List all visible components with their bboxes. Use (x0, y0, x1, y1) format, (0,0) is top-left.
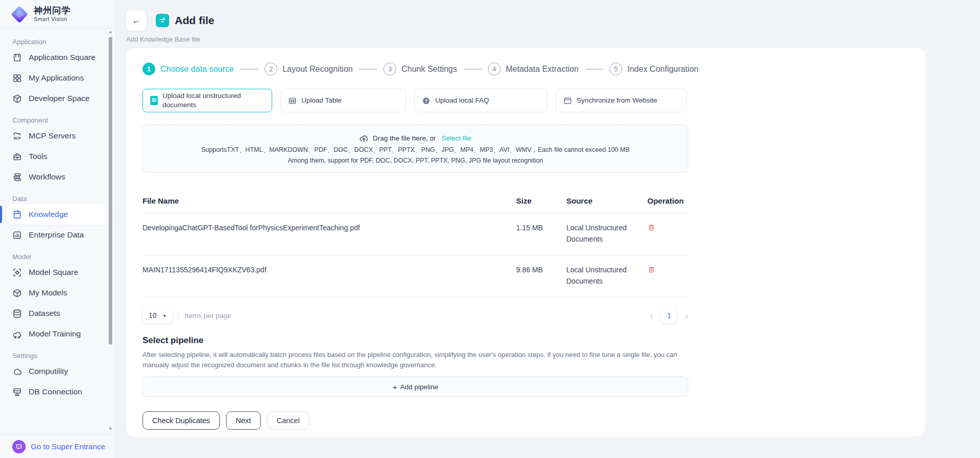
step-number: 2 (264, 63, 277, 75)
section-label-data: Data (12, 195, 108, 203)
section-label-application: Application (12, 38, 108, 46)
delete-file-icon[interactable] (647, 265, 656, 274)
sidebar-item-knowledge[interactable]: Knowledge (7, 204, 111, 225)
dropzone-text: Drag the file here, or (373, 134, 436, 142)
toolbox-icon (12, 152, 22, 162)
step-label: Layout Recognition (282, 65, 353, 74)
step-number: 5 (609, 63, 622, 75)
server-icon (12, 387, 22, 397)
file-name: DevelopingaChatGPT-BasedTool forPhysicsE… (142, 222, 516, 233)
box-icon (12, 288, 22, 298)
sidebar-item-application-square[interactable]: Application Square (12, 47, 108, 68)
card-label: Synchronize from Website (577, 96, 657, 105)
divider (178, 311, 179, 320)
step-label: Chunk Settings (401, 65, 457, 74)
add-file-icon (156, 14, 169, 27)
card-upload-local-faq[interactable]: ? Upload local FAQ (414, 89, 547, 112)
select-pipeline-title: Select pipeline (142, 335, 688, 346)
page-size-select[interactable]: 10 ▾ (142, 308, 172, 323)
delete-file-icon[interactable] (647, 223, 656, 232)
card-upload-table[interactable]: Upload Table (280, 89, 406, 112)
super-entrance-link[interactable]: Go to Super Entrance (0, 434, 115, 458)
step-chunk-settings: 3 Chunk Settings (383, 63, 457, 75)
brand-name-en: Smart Vision (34, 16, 71, 22)
sidebar-item-model-training[interactable]: Model Training (12, 324, 108, 344)
step-number: 1 (142, 63, 155, 75)
step-connector (585, 69, 603, 70)
cloud-icon (12, 367, 22, 376)
page-subtitle: Add Knowledge Base file (126, 35, 980, 43)
file-name: MAIN1711355296414FIQ9XKZV63.pdf (142, 264, 516, 275)
browser-window-icon (563, 96, 572, 105)
next-button[interactable]: Next (226, 411, 261, 430)
step-connector (240, 69, 258, 70)
sidebar-item-db-connection[interactable]: DB Connection (12, 382, 108, 402)
workflow-icon (12, 172, 22, 182)
section-label-settings: Settings (12, 352, 108, 360)
sidebar-item-my-models[interactable]: My Models (12, 283, 108, 303)
step-number: 3 (383, 63, 396, 75)
sidebar-item-label: My Applications (29, 73, 84, 83)
sidebar-item-label: DB Connection (29, 387, 82, 396)
sidebar-item-model-square[interactable]: Model Square (12, 262, 108, 283)
sidebar-item-label: Knowledge (29, 210, 68, 219)
card-label: Upload local FAQ (435, 96, 489, 105)
model-training-icon (12, 329, 22, 339)
dropzone-layout-note: Among them, support for PDF, DOC, DOCX, … (288, 157, 543, 164)
sidebar-item-computility[interactable]: Computility (12, 361, 108, 382)
dropzone-formats: SupportsTXT、HTML、MARKDOWN、PDF、DOC、DOCX、P… (201, 146, 629, 154)
sidebar-nav: Application Application Square My Applic… (0, 29, 115, 402)
file-size: 9.86 MB (516, 264, 566, 275)
card-upload-local-unstructured[interactable]: Upload local unstructured documents (142, 89, 272, 112)
sidebar-item-developer-space[interactable]: Developer Space (12, 88, 108, 109)
section-label-component: Component (12, 116, 108, 124)
column-header-operation: Operation (647, 196, 688, 205)
check-duplicates-button[interactable]: Check Duplicates (142, 411, 220, 430)
prev-page-chevron-icon[interactable]: ‹ (650, 310, 654, 321)
card-label: Upload local unstructured documents (162, 91, 264, 110)
page-title: Add file (175, 14, 214, 27)
sidebar-scrollbar-thumb[interactable] (109, 37, 112, 345)
card-synchronize-website[interactable]: Synchronize from Website (556, 89, 687, 112)
items-per-page-label: Items per page (185, 312, 231, 320)
sidebar-item-label: MCP Servers (29, 131, 76, 141)
super-entrance-chat-icon (12, 440, 26, 453)
file-dropzone[interactable]: Drag the file here, or Select file Suppo… (142, 125, 688, 173)
mcp-icon: MCP (12, 131, 22, 141)
back-button[interactable]: ← (126, 10, 147, 31)
sidebar-item-label: My Models (29, 288, 67, 297)
page-number-button[interactable]: 1 (661, 308, 677, 323)
scroll-down-arrow-icon[interactable]: ▼ (108, 427, 113, 431)
file-size: 1.15 MB (516, 222, 566, 233)
sidebar-item-label: Model Training (29, 329, 81, 338)
sidebar-item-enterprise-data[interactable]: Enterprise Data (12, 225, 108, 245)
sidebar-item-my-applications[interactable]: My Applications (12, 68, 108, 88)
sidebar-item-label: Model Square (29, 268, 78, 277)
plus-icon: + (393, 383, 397, 391)
bar-chart-icon (12, 230, 22, 240)
table-header-row: File Name Size Source Operation (142, 188, 688, 213)
storefront-icon (12, 53, 22, 63)
sidebar-item-mcp-servers[interactable]: MCP MCP Servers (12, 126, 108, 146)
sidebar-item-label: Workflows (29, 172, 65, 182)
app-window: 神州问学 Smart Vision Application Applicatio… (0, 0, 980, 458)
cancel-button[interactable]: Cancel (267, 411, 310, 430)
column-header-source: Source (566, 196, 647, 205)
table-row: DevelopingaChatGPT-BasedTool forPhysicsE… (142, 213, 688, 255)
table-row: MAIN1711355296414FIQ9XKZV63.pdf 9.86 MB … (142, 255, 688, 297)
next-page-chevron-icon[interactable]: › (685, 310, 688, 321)
scroll-up-arrow-icon[interactable]: ▲ (108, 30, 113, 34)
cloud-upload-icon (359, 134, 369, 143)
step-choose-data-source: 1 Choose data source (142, 63, 234, 75)
step-label: Choose data source (160, 65, 234, 74)
sidebar-item-tools[interactable]: Tools (12, 146, 108, 167)
sidebar-item-label: Datasets (29, 309, 60, 318)
sidebar-item-label: Enterprise Data (29, 230, 84, 240)
select-file-link[interactable]: Select file (441, 134, 472, 142)
sidebar-item-workflows[interactable]: Workflows (12, 167, 108, 187)
step-index-configuration: 5 Index Configuration (609, 63, 699, 75)
sidebar-item-datasets[interactable]: Datasets (12, 303, 108, 324)
add-pipeline-button[interactable]: + Add pipeline (142, 376, 688, 397)
pagination-bar: 10 ▾ Items per page ‹ 1 › (142, 308, 688, 323)
caret-down-icon: ▾ (164, 313, 166, 318)
